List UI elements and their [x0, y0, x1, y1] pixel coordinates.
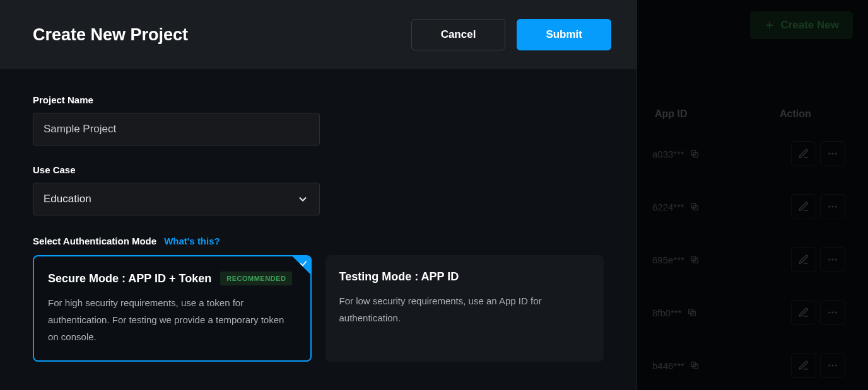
auth-card-secure-desc: For high security requirements, use a to…	[48, 294, 296, 345]
auth-card-secure-title: Secure Mode : APP ID + Token	[48, 272, 211, 285]
whats-this-link[interactable]: What's this?	[164, 236, 220, 246]
modal-title: Create New Project	[33, 25, 188, 45]
auth-mode-label: Select Authentication Mode	[33, 236, 156, 246]
project-name-input[interactable]	[33, 113, 320, 146]
submit-button[interactable]: Submit	[517, 19, 611, 50]
modal-header: Create New Project Cancel Submit	[0, 0, 636, 69]
chevron-down-icon	[296, 193, 309, 205]
use-case-select[interactable]: Education	[33, 183, 320, 215]
auth-card-secure[interactable]: Secure Mode : APP ID + Token RECOMMENDED…	[33, 255, 312, 362]
project-name-label: Project Name	[33, 95, 604, 105]
use-case-value: Education	[44, 193, 91, 205]
use-case-label: Use Case	[33, 164, 604, 175]
auth-card-testing-desc: For low security requirements, use an Ap…	[339, 292, 590, 326]
modal-body: Project Name Use Case Education Select A…	[0, 69, 636, 387]
create-project-modal: Create New Project Cancel Submit Project…	[0, 0, 637, 390]
auth-card-testing-title: Testing Mode : APP ID	[339, 270, 459, 284]
selected-corner	[285, 256, 310, 282]
cancel-button[interactable]: Cancel	[411, 19, 506, 50]
recommended-badge: RECOMMENDED	[220, 272, 292, 285]
check-icon	[299, 259, 308, 268]
auth-card-testing[interactable]: Testing Mode : APP ID For low security r…	[326, 255, 604, 362]
